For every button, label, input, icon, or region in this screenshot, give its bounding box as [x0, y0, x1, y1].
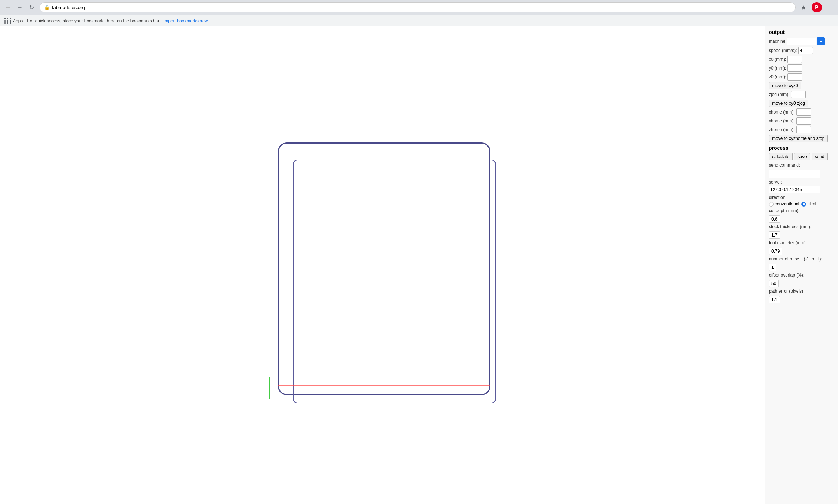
num-offsets-input-row: 1	[769, 263, 834, 271]
reload-button[interactable]: ↻	[26, 2, 37, 12]
conventional-radio-icon	[769, 202, 774, 207]
zjog-row: zjog (mm):	[769, 91, 834, 98]
path-error-label: path error (pixels):	[769, 289, 804, 294]
offset-overlap-input-row: 50	[769, 279, 834, 287]
menu-icon: ⋮	[827, 4, 833, 11]
green-line-indicator	[269, 377, 270, 399]
machine-dropdown-button[interactable]: ▼	[817, 37, 825, 45]
card-inner-outline	[293, 160, 496, 403]
yhome-input[interactable]	[796, 117, 811, 125]
right-panel: output machine ▼ speed (mm/s): x0 (mm): …	[765, 26, 838, 504]
direction-label-row: direction:	[769, 195, 834, 200]
num-offsets-label-row: number of offsets (-1 to fill):	[769, 256, 834, 262]
process-section-title: process	[769, 145, 834, 151]
import-bookmarks-link[interactable]: Import bookmarks now...	[163, 18, 211, 23]
url-input[interactable]	[52, 5, 791, 10]
send-command-label: send command:	[769, 163, 800, 168]
conventional-radio-text: conventional	[775, 201, 799, 207]
stock-thickness-label-row: stock thickness (mm):	[769, 224, 834, 229]
offset-overlap-value: 50	[769, 280, 779, 287]
yhome-label: yhome (mm):	[769, 118, 795, 123]
nav-buttons: ← → ↻	[3, 2, 37, 12]
back-button[interactable]: ←	[3, 2, 13, 12]
speed-input[interactable]	[798, 47, 813, 54]
x0-input[interactable]	[787, 56, 802, 63]
machine-label: machine	[769, 39, 785, 44]
stock-thickness-input-row: 1.7	[769, 231, 834, 239]
cut-depth-label: cut depth (mm):	[769, 208, 800, 213]
send-button[interactable]: send	[812, 153, 828, 160]
z0-row: z0 (mm):	[769, 73, 834, 81]
zhome-label: zhome (mm):	[769, 127, 795, 132]
path-error-label-row: path error (pixels):	[769, 289, 834, 294]
server-label: server:	[769, 179, 782, 185]
process-buttons: calculate save send	[769, 153, 834, 160]
server-input[interactable]	[769, 186, 820, 193]
move-xyz0-button[interactable]: move to xyz0	[769, 82, 801, 89]
server-input-row	[769, 186, 834, 193]
cut-depth-value: 0.6	[769, 215, 780, 223]
y0-input[interactable]	[787, 64, 802, 72]
bookmarks-hint-text: For quick access, place your bookmarks h…	[27, 18, 160, 23]
path-error-value: 1.1	[769, 296, 780, 303]
conventional-radio-label[interactable]: conventional	[769, 201, 799, 207]
pinterest-button[interactable]: P	[812, 2, 822, 12]
star-icon: ★	[801, 4, 806, 11]
z0-label: z0 (mm):	[769, 74, 786, 79]
menu-button[interactable]: ⋮	[825, 2, 835, 12]
zjog-input[interactable]	[791, 91, 806, 98]
save-button[interactable]: save	[794, 153, 810, 160]
cut-depth-input-row: 0.6	[769, 215, 834, 223]
send-command-input-row	[769, 169, 834, 178]
y0-label: y0 (mm):	[769, 66, 786, 71]
direction-row: conventional climb	[769, 201, 834, 207]
zhome-input[interactable]	[796, 126, 811, 133]
x0-label: x0 (mm):	[769, 57, 786, 62]
move-xyzhome-row: move to xyzhome and stop	[769, 135, 834, 142]
red-line-indicator	[278, 385, 490, 386]
main-content: output machine ▼ speed (mm/s): x0 (mm): …	[0, 26, 838, 504]
machine-row: machine ▼	[769, 37, 834, 45]
output-section-title: output	[769, 29, 834, 35]
num-offsets-value: 1	[769, 264, 776, 271]
move-xyzhome-button[interactable]: move to xyzhome and stop	[769, 135, 828, 142]
address-bar[interactable]: 🔒	[40, 2, 796, 12]
zjog-label: zjog (mm):	[769, 92, 790, 97]
card-outline	[278, 142, 490, 395]
cut-depth-label-row: cut depth (mm):	[769, 208, 834, 213]
direction-label: direction:	[769, 195, 787, 200]
z0-input[interactable]	[787, 73, 802, 81]
machine-select-wrapper: ▼	[787, 37, 825, 45]
speed-row: speed (mm/s):	[769, 47, 834, 54]
num-offsets-label: number of offsets (-1 to fill):	[769, 256, 822, 262]
offset-overlap-label: offset overlap (%):	[769, 273, 804, 278]
yhome-row: yhome (mm):	[769, 117, 834, 125]
apps-button[interactable]: Apps	[3, 17, 24, 25]
canvas-area	[0, 26, 765, 504]
machine-input[interactable]	[787, 38, 816, 45]
xhome-input[interactable]	[796, 108, 811, 116]
climb-radio-label[interactable]: climb	[801, 201, 817, 207]
tool-diameter-label: tool diameter (mm):	[769, 240, 807, 245]
stock-thickness-label: stock thickness (mm):	[769, 224, 811, 229]
offset-overlap-label-row: offset overlap (%):	[769, 273, 834, 278]
canvas-container	[269, 131, 496, 399]
send-command-input[interactable]	[769, 170, 820, 178]
forward-button[interactable]: →	[15, 2, 25, 12]
calculate-button[interactable]: calculate	[769, 153, 793, 160]
browser-chrome: ← → ↻ 🔒 ★ P ⋮ Apps For quick acc	[0, 0, 838, 26]
bookmarks-bar: Apps For quick access, place your bookma…	[0, 15, 838, 26]
apps-label: Apps	[13, 18, 23, 23]
climb-radio-text: climb	[807, 201, 817, 207]
toolbar-icons: ★ P ⋮	[798, 2, 835, 12]
path-error-input-row: 1.1	[769, 295, 834, 303]
send-command-row: send command:	[769, 163, 834, 168]
browser-toolbar: ← → ↻ 🔒 ★ P ⋮	[0, 0, 838, 15]
star-button[interactable]: ★	[798, 2, 809, 12]
speed-label: speed (mm/s):	[769, 48, 797, 53]
move-xy0-zjog-button[interactable]: move to xy0 zjog	[769, 100, 808, 107]
move-xy0-zjog-row: move to xy0 zjog	[769, 100, 834, 107]
zhome-row: zhome (mm):	[769, 126, 834, 133]
xhome-row: xhome (mm):	[769, 108, 834, 116]
lock-icon: 🔒	[44, 5, 50, 10]
